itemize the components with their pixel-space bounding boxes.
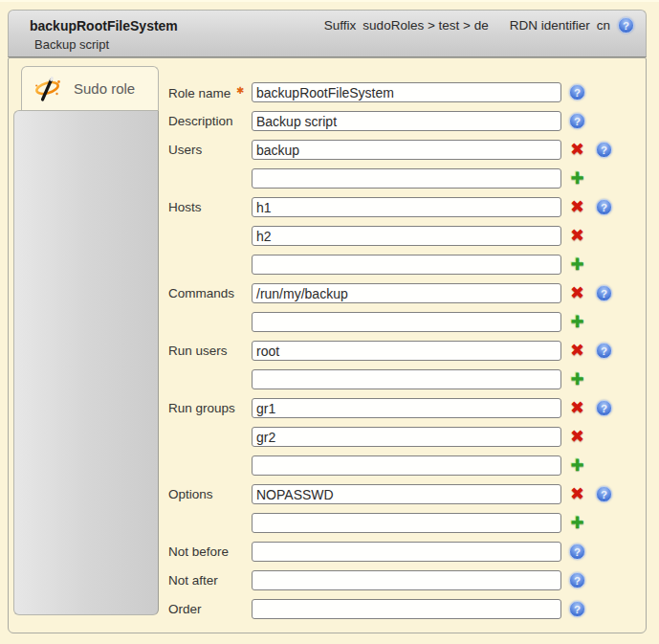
form-row-options: Options ✖? [168, 484, 642, 504]
icon-cell: ✖? [569, 142, 612, 158]
extra-value-input[interactable] [252, 312, 561, 332]
icon-cell: ✚ [569, 314, 585, 330]
extra-value-input[interactable] [252, 427, 561, 447]
form-row: ✚ [168, 312, 642, 332]
field-label-run-users: Run users [168, 344, 252, 358]
hosts-input[interactable] [252, 197, 561, 217]
form-row-not-before: Not before ? [168, 542, 642, 562]
form-row: ✚ [168, 168, 642, 189]
form-row: ✚ [168, 369, 642, 389]
run-users-input[interactable] [252, 341, 561, 361]
field-label-commands: Commands [168, 286, 252, 300]
add-glyph: ✚ [570, 170, 583, 187]
field-label-not-before: Not before [168, 544, 252, 559]
delete-icon[interactable]: ✖ [569, 199, 585, 215]
not-after-input[interactable] [252, 570, 561, 590]
form-row-commands: Commands ✖? [168, 283, 642, 303]
add-icon[interactable]: ✚ [569, 371, 585, 388]
field-label-hosts: Hosts [168, 200, 252, 214]
form-row-role-name: Role name ✱ ? [168, 82, 642, 102]
extra-value-input[interactable] [252, 369, 561, 389]
order-input[interactable] [252, 599, 561, 619]
help-icon[interactable]: ? [596, 199, 612, 215]
icon-cell: ✚ [569, 515, 585, 531]
add-icon[interactable]: ✚ [569, 515, 585, 531]
field-label-order: Order [168, 602, 252, 616]
sidebar-tab-panel-background [13, 110, 159, 615]
users-input[interactable] [252, 140, 561, 160]
delete-glyph: ✖ [570, 486, 584, 502]
add-icon[interactable]: ✚ [569, 457, 585, 474]
form-row: ✚ [168, 255, 642, 275]
help-icon[interactable]: ? [596, 400, 612, 416]
icon-cell: ✖? [569, 486, 612, 502]
delete-glyph: ✖ [570, 142, 584, 158]
delete-icon[interactable]: ✖ [569, 285, 585, 301]
delete-icon[interactable]: ✖ [569, 486, 585, 502]
delete-icon[interactable]: ✖ [569, 400, 585, 416]
field-label-options: Options [168, 487, 252, 501]
help-icon[interactable]: ? [569, 113, 585, 129]
field-label-users: Users [168, 143, 252, 157]
not-before-input[interactable] [252, 542, 561, 562]
role-name-input[interactable] [252, 82, 561, 102]
rdn-identifier-label: RDN identifier [510, 18, 590, 33]
icon-cell: ✖? [569, 400, 612, 416]
extra-value-input[interactable] [252, 255, 561, 275]
form-row-run-groups: Run groups ✖? [168, 398, 642, 418]
page-background: backupRootFileSystem Suffix sudoRoles > … [0, 0, 659, 644]
run-groups-input[interactable] [252, 398, 561, 418]
rdn-identifier-value: cn [597, 18, 610, 33]
suffix-label: Suffix [324, 18, 357, 33]
options-input[interactable] [252, 484, 561, 504]
icon-cell: ✖ [569, 429, 585, 445]
form-row-run-users: Run users ✖? [168, 341, 642, 361]
help-icon[interactable]: ? [569, 544, 585, 560]
extra-value-input[interactable] [252, 226, 561, 246]
help-icon[interactable]: ? [596, 343, 612, 359]
icon-cell: ✚ [569, 457, 585, 474]
form-row: ✚ [168, 513, 642, 533]
form-row: ✚ [168, 455, 642, 476]
delete-icon[interactable]: ✖ [569, 228, 585, 244]
field-label-not-after: Not after [168, 573, 252, 588]
tab-sudo-role[interactable]: Sudo role [21, 66, 159, 110]
field-label-run-groups: Run groups [168, 401, 252, 415]
delete-glyph: ✖ [570, 285, 584, 301]
extra-value-input[interactable] [252, 455, 561, 476]
icon-cell: ? [569, 601, 585, 617]
delete-icon[interactable]: ✖ [569, 343, 585, 359]
content-box: Sudo role Role name ✱ ? Description ? Us… [8, 57, 647, 633]
description-input[interactable] [252, 111, 561, 131]
icon-cell: ✚ [569, 371, 585, 388]
delete-icon[interactable]: ✖ [569, 142, 585, 158]
delete-glyph: ✖ [570, 199, 584, 215]
help-icon[interactable]: ? [596, 142, 612, 158]
help-icon[interactable]: ? [569, 572, 585, 588]
form-row-users: Users ✖? [168, 140, 642, 160]
icon-cell: ✚ [569, 256, 585, 273]
icon-cell: ✖? [569, 343, 612, 359]
help-icon[interactable]: ? [596, 486, 612, 502]
help-icon[interactable]: ? [569, 84, 585, 100]
add-icon[interactable]: ✚ [569, 314, 585, 330]
field-label-role-name: Role name ✱ [168, 85, 252, 100]
delete-icon[interactable]: ✖ [569, 429, 585, 445]
extra-value-input[interactable] [252, 168, 561, 189]
icon-cell: ? [569, 572, 585, 588]
help-icon[interactable]: ? [569, 601, 585, 617]
help-icon[interactable]: ? [618, 17, 634, 33]
add-icon[interactable]: ✚ [569, 256, 585, 273]
extra-value-input[interactable] [252, 513, 561, 533]
entry-title: backupRootFileSystem [30, 18, 178, 33]
add-icon[interactable]: ✚ [569, 170, 585, 187]
commands-input[interactable] [252, 283, 561, 303]
delete-glyph: ✖ [570, 400, 584, 416]
magic-wand-icon [33, 75, 62, 103]
icon-cell: ? [569, 113, 585, 129]
help-icon[interactable]: ? [596, 285, 612, 301]
add-glyph: ✚ [570, 256, 583, 273]
delete-glyph: ✖ [570, 228, 584, 244]
icon-cell: ✖ [569, 228, 585, 244]
add-glyph: ✚ [570, 515, 583, 531]
